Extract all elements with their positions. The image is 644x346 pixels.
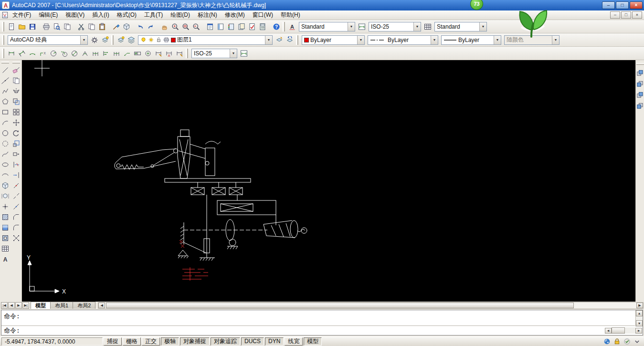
array-button[interactable]	[11, 107, 21, 117]
hatch-button[interactable]	[0, 212, 11, 222]
ellipse-button[interactable]	[0, 159, 11, 170]
save-workspace-button[interactable]	[100, 35, 110, 45]
jogged-dimension-button[interactable]	[59, 48, 69, 59]
properties-button[interactable]	[205, 21, 215, 32]
chevron-down-icon[interactable]: ▼	[357, 36, 364, 44]
tab-nav-2[interactable]: ▶	[15, 302, 22, 309]
status-toggle-9[interactable]: 模型	[304, 337, 322, 346]
toolbar-grip[interactable]	[111, 35, 114, 45]
command-vertical-scrollbar[interactable]: ▲ ▼	[635, 310, 643, 326]
restore-button[interactable]: □	[616, 1, 629, 9]
layout-tab-0[interactable]: 模型	[31, 302, 51, 309]
dimension-update-button[interactable]	[174, 48, 185, 59]
new-button[interactable]	[6, 21, 17, 32]
toolbar-grip[interactable]	[296, 35, 298, 45]
spline-button[interactable]	[0, 149, 11, 159]
status-toggle-3[interactable]: 极轴	[161, 337, 179, 346]
zoom-window-button[interactable]	[180, 21, 191, 32]
minimize-button[interactable]: –	[602, 1, 615, 9]
scroll-right-arrow[interactable]: ▶	[635, 328, 642, 334]
status-toggle-4[interactable]: 对象捕捉	[180, 337, 210, 346]
tab-nav-1[interactable]: ◀	[8, 302, 15, 309]
status-toggle-1[interactable]: 栅格	[123, 337, 141, 346]
dimension-style-manager-button[interactable]	[239, 48, 249, 59]
arc-length-dimension-button[interactable]	[27, 48, 38, 59]
scrollbar-thumb[interactable]	[106, 303, 574, 308]
erase-button[interactable]	[11, 65, 21, 75]
quick-dimension-button[interactable]	[90, 48, 101, 59]
workspace-settings-button[interactable]	[89, 35, 100, 45]
scroll-up-arrow[interactable]: ▲	[636, 310, 643, 316]
plot-preview-button[interactable]	[52, 21, 62, 32]
tab-nav-0[interactable]: |◀	[1, 302, 8, 309]
dimension-text-edit-button[interactable]: A	[164, 48, 174, 59]
designcenter-button[interactable]	[215, 21, 226, 32]
layer-select[interactable]: 图层1 ▼	[138, 35, 273, 45]
chevron-down-icon[interactable]: ▼	[479, 22, 486, 31]
chevron-down-icon[interactable]: ▼	[265, 36, 272, 44]
menu-item-0[interactable]: 文件(F)	[9, 10, 35, 20]
toolbar-grip[interactable]	[186, 49, 188, 58]
dimension-style-select[interactable]: ISO-25 ▼	[191, 49, 237, 58]
make-object-layer-current-button[interactable]	[274, 35, 285, 45]
continue-dimension-button[interactable]	[111, 48, 122, 59]
menu-item-3[interactable]: 插入(I)	[88, 10, 113, 20]
tool-palettes-button[interactable]	[226, 21, 236, 32]
menu-item-9[interactable]: 窗口(W)	[249, 10, 277, 20]
menu-item-10[interactable]: 帮助(H)	[277, 10, 304, 20]
menu-item-8[interactable]: 修改(M)	[221, 10, 249, 20]
bring-to-front-button[interactable]	[636, 68, 644, 77]
chamfer-button[interactable]	[11, 212, 21, 222]
quick-leader-button[interactable]	[122, 48, 132, 59]
table-button[interactable]	[0, 243, 11, 254]
toolbar-grip[interactable]	[283, 22, 285, 31]
angular-dimension-button[interactable]	[80, 48, 90, 59]
scroll-left-arrow[interactable]: ◀	[98, 303, 105, 308]
drawing-canvas[interactable]: Y X	[22, 60, 635, 302]
menu-item-2[interactable]: 视图(V)	[62, 10, 88, 20]
tolerance-button[interactable]	[132, 48, 143, 59]
menu-item-1[interactable]: 编辑(E)	[35, 10, 62, 20]
toolbar-lock-icon[interactable]	[612, 337, 621, 346]
explode-button[interactable]	[11, 233, 21, 243]
send-under-objects-button[interactable]	[636, 101, 644, 110]
fillet-button[interactable]	[11, 222, 21, 233]
region-button[interactable]	[0, 233, 11, 243]
zoom-realtime-button[interactable]	[170, 21, 180, 32]
extend-button[interactable]	[11, 170, 21, 180]
chevron-down-icon[interactable]: ▼	[431, 36, 438, 44]
baseline-dimension-button[interactable]	[101, 48, 111, 59]
text-style-select[interactable]: Standard▼	[299, 22, 355, 31]
dim-style-select[interactable]: ISO-25▼	[369, 22, 421, 31]
command-horizontal-scrollbar[interactable]: ◀ ▶	[605, 327, 642, 334]
mdi-minimize-button[interactable]: –	[610, 11, 620, 19]
toolbar-grip[interactable]	[1, 62, 9, 63]
paste-button[interactable]	[97, 21, 107, 32]
cut-button[interactable]	[76, 21, 86, 32]
scroll-right-arrow[interactable]: ▶	[636, 303, 643, 308]
command-history[interactable]: 命令:	[1, 310, 635, 326]
multiline-text-button[interactable]: A	[0, 254, 11, 264]
quickcalc-button[interactable]	[257, 21, 268, 32]
rotate-button[interactable]	[11, 128, 21, 138]
layer-states-manager-button[interactable]	[126, 35, 137, 45]
menu-item-6[interactable]: 绘图(D)	[167, 10, 194, 20]
coordinate-display[interactable]: -5.4947, 1784.7437, 0.0000	[1, 337, 103, 346]
polyline-button[interactable]	[0, 86, 11, 96]
rectangle-button[interactable]	[0, 107, 11, 117]
circle-button[interactable]	[0, 128, 11, 138]
zoom-previous-button[interactable]	[191, 21, 201, 32]
make-block-button[interactable]	[0, 191, 11, 201]
status-toggle-8[interactable]: 线宽	[285, 337, 303, 346]
open-button[interactable]	[17, 21, 27, 32]
break-at-point-button[interactable]	[11, 180, 21, 191]
mdi-close-button[interactable]: ×	[632, 11, 642, 19]
join-button[interactable]	[11, 201, 21, 212]
chevron-down-icon[interactable]: ▼	[348, 22, 355, 31]
toolbar-grip[interactable]	[12, 62, 20, 63]
ellipse-arc-button[interactable]	[0, 170, 11, 180]
trim-button[interactable]	[11, 159, 21, 170]
radius-dimension-button[interactable]	[48, 48, 59, 59]
toolbar-grip[interactable]	[636, 63, 644, 65]
help-button[interactable]: ?	[271, 21, 282, 32]
